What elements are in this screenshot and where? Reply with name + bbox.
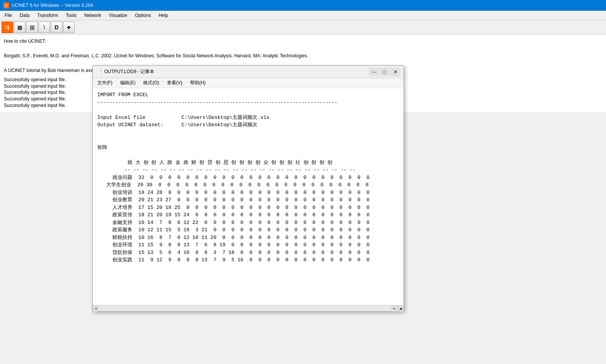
- maximize-button[interactable]: □: [380, 68, 390, 76]
- menu-transform[interactable]: Transform: [34, 12, 61, 19]
- notepad-menu: 文件(F) 编辑(E) 格式(O) 查看(V) 帮助(H): [93, 78, 404, 88]
- menu-network[interactable]: Network: [81, 12, 104, 19]
- menu-options[interactable]: Options: [132, 12, 154, 19]
- menu-bar: File Data Transform Tools Network Visual…: [0, 11, 606, 20]
- app-icon: U: [3, 2, 9, 8]
- app-title: UCINET 6 for Windows -- Version 6.204: [12, 3, 93, 8]
- menu-help[interactable]: Help: [155, 12, 171, 19]
- menu-data[interactable]: Data: [17, 12, 32, 19]
- minimize-button[interactable]: ─: [369, 68, 379, 76]
- notepad-icon: 📄: [96, 69, 102, 75]
- notepad-menu-edit[interactable]: 编辑(E): [117, 79, 139, 87]
- notepad-text[interactable]: IMPORT FROM EXCEL ----------------------…: [93, 88, 404, 112]
- notepad-title-left: 📄 OUTPUT.LOG9 - 记事本: [96, 68, 154, 75]
- menu-tools[interactable]: Tools: [63, 12, 80, 19]
- toolbar-btn-2[interactable]: ▦: [14, 22, 25, 33]
- citation-header: How to cite UCINET:: [4, 38, 602, 45]
- title-bar: U UCINET 6 for Windows -- Version 6.204: [0, 0, 606, 11]
- notepad-title-bar: 📄 OUTPUT.LOG9 - 记事本 ─ □ ✕: [93, 66, 404, 78]
- notepad-menu-view[interactable]: 查看(V): [164, 79, 185, 87]
- toolbar: !1 ▦ ⊞ \ D ❖: [0, 20, 606, 35]
- menu-file[interactable]: File: [2, 12, 15, 19]
- notepad-window: 📄 OUTPUT.LOG9 - 记事本 ─ □ ✕ 文件(F) 编辑(E) 格式…: [92, 65, 404, 112]
- notepad-controls: ─ □ ✕: [369, 68, 401, 76]
- toolbar-btn-4[interactable]: \: [38, 22, 50, 33]
- close-button[interactable]: ✕: [391, 68, 401, 76]
- citation-text: Borgatti, S.P., Everett, M.G. and Freema…: [4, 52, 602, 59]
- menu-visualize[interactable]: Visualize: [106, 12, 130, 19]
- toolbar-btn-6[interactable]: ❖: [63, 22, 75, 33]
- notepad-title-text: OUTPUT.LOG9 - 记事本: [104, 68, 154, 75]
- notepad-menu-help[interactable]: 帮助(H): [187, 79, 209, 87]
- toolbar-btn-1[interactable]: !1: [2, 22, 13, 33]
- toolbar-btn-3[interactable]: ⊞: [26, 22, 38, 33]
- notepad-content: IMPORT FROM EXCEL ----------------------…: [93, 88, 404, 112]
- notepad-menu-file[interactable]: 文件(F): [94, 79, 115, 87]
- toolbar-btn-5[interactable]: D: [51, 22, 62, 33]
- notepad-menu-format[interactable]: 格式(O): [140, 79, 162, 87]
